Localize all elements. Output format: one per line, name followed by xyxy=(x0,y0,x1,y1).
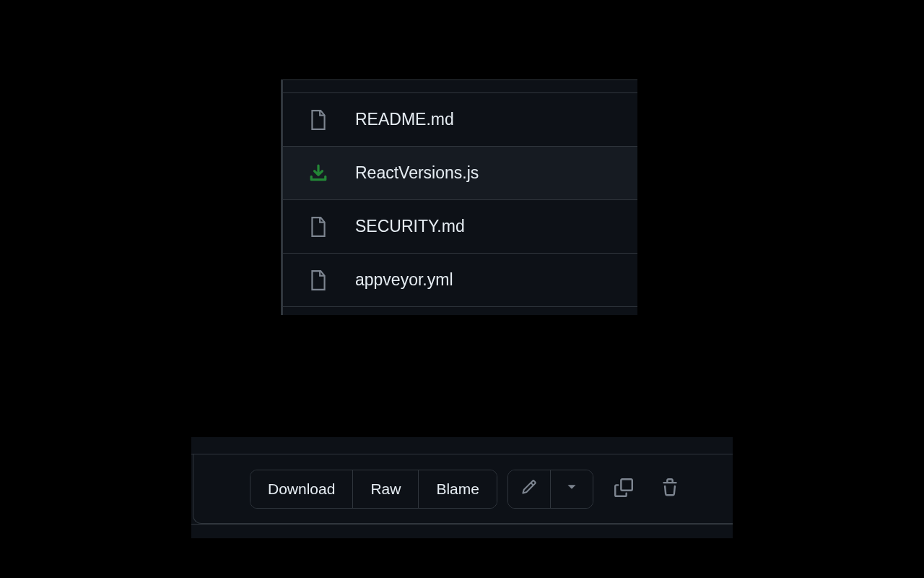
file-name-label: appveyor.yml xyxy=(355,270,453,290)
file-row[interactable]: ReactVersions.js xyxy=(283,146,637,199)
file-name-label: SECURITY.md xyxy=(355,217,465,236)
chevron-down-icon xyxy=(564,479,580,499)
file-list-panel: README.md ReactVersions.js SECURITY.md a… xyxy=(281,79,637,315)
copy-button[interactable] xyxy=(608,473,640,505)
edit-action-group xyxy=(507,470,593,509)
file-name-label: README.md xyxy=(355,110,454,129)
trash-icon xyxy=(661,478,679,499)
toolbar-content: Download Raw Blame xyxy=(193,454,733,524)
file-icon xyxy=(309,216,328,238)
divider xyxy=(191,524,733,538)
pencil-icon xyxy=(521,479,537,499)
download-icon xyxy=(309,163,328,184)
file-row[interactable]: appveyor.yml xyxy=(283,253,637,306)
file-icon xyxy=(309,269,328,291)
file-row[interactable]: README.md xyxy=(283,92,637,146)
divider xyxy=(283,79,637,92)
download-button[interactable]: Download xyxy=(250,470,352,508)
file-row[interactable]: SECURITY.md xyxy=(283,199,637,253)
divider xyxy=(191,437,733,454)
file-name-label: ReactVersions.js xyxy=(355,163,479,183)
edit-button[interactable] xyxy=(508,470,550,508)
blame-button[interactable]: Blame xyxy=(418,470,497,508)
copy-icon xyxy=(614,478,633,499)
divider xyxy=(283,306,637,315)
view-mode-group: Download Raw Blame xyxy=(250,470,497,509)
raw-button[interactable]: Raw xyxy=(352,470,418,508)
delete-button[interactable] xyxy=(654,473,686,505)
file-actions-toolbar: Download Raw Blame xyxy=(191,437,733,538)
file-icon xyxy=(309,109,328,131)
edit-dropdown-button[interactable] xyxy=(550,470,593,508)
